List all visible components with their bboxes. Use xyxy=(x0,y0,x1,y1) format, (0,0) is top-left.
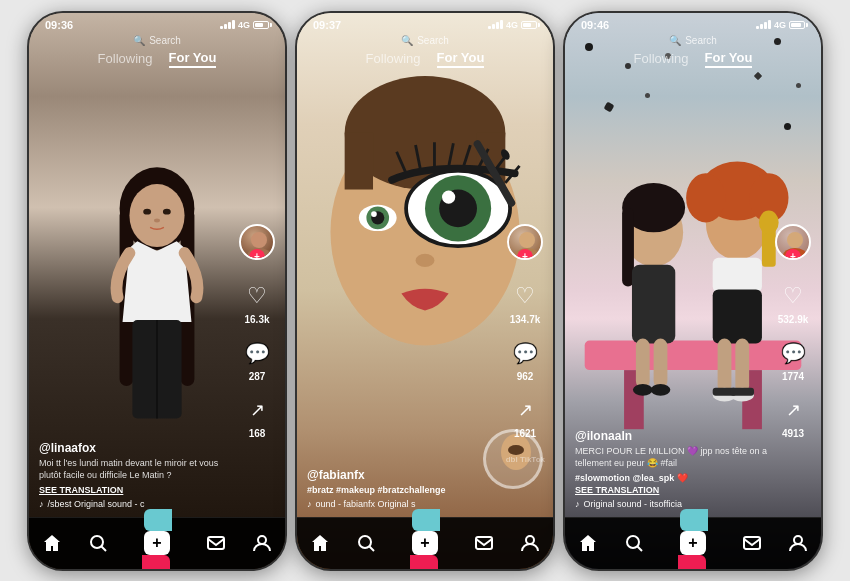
time-3: 09:46 xyxy=(581,19,609,31)
follow-btn-2[interactable]: + xyxy=(517,249,533,260)
comment-icon-2: 💬 xyxy=(509,337,541,369)
share-action-1[interactable]: ↗ 168 xyxy=(241,394,273,439)
search-icon-1: 🔍 xyxy=(133,35,145,46)
nav-tabs-3: Following For You xyxy=(634,50,753,68)
nav-search-1[interactable] xyxy=(88,533,108,553)
signal-bars-3 xyxy=(756,20,771,29)
bottom-nav-3: + xyxy=(565,517,821,569)
nav-tabs-2: Following For You xyxy=(366,50,485,68)
svg-point-22 xyxy=(371,211,377,217)
time-1: 09:36 xyxy=(45,19,73,31)
nav-profile-3[interactable] xyxy=(788,533,808,553)
share-icon-1: ↗ xyxy=(241,394,273,426)
battery-3 xyxy=(789,21,805,29)
see-translation-1[interactable]: SEE TRANSLATION xyxy=(39,485,235,495)
avatar-action-3[interactable]: + xyxy=(775,224,811,260)
tab-foryou-3[interactable]: For You xyxy=(705,50,753,68)
nav-add-2[interactable]: + xyxy=(402,507,448,570)
sound-text-3: Original sound - itsofficia xyxy=(584,499,682,509)
nav-search-2[interactable] xyxy=(356,533,376,553)
nav-profile-1[interactable] xyxy=(252,533,272,553)
bottom-info-3: @ilonaaln MERCI POUR LE MILLION 💜 jpp no… xyxy=(575,429,771,508)
nav-home-2[interactable] xyxy=(310,533,330,553)
like-action-1[interactable]: ♡ 16.3k xyxy=(241,280,273,325)
comment-action-2[interactable]: 💬 962 xyxy=(509,337,541,382)
nav-inbox-2[interactable] xyxy=(474,533,494,553)
nav-inbox-1[interactable] xyxy=(206,533,226,553)
caption-1: Moi tt l'es lundi matin devant le miroir… xyxy=(39,458,235,481)
like-action-2[interactable]: ♡ 134.7k xyxy=(509,280,541,325)
right-actions-3: + ♡ 532.9k 💬 1774 ↗ 4913 xyxy=(775,224,811,439)
username-1[interactable]: @linaafox xyxy=(39,441,235,455)
tab-foryou-1[interactable]: For You xyxy=(169,50,217,68)
nav-home-1[interactable] xyxy=(42,533,62,553)
bottom-info-1: @linaafox Moi tt l'es lundi matin devant… xyxy=(39,441,235,508)
search-bar-1[interactable]: 🔍 Search xyxy=(133,35,181,46)
comment-action-3[interactable]: 💬 1774 xyxy=(777,337,809,382)
share-action-2[interactable]: ↗ 1621 xyxy=(509,394,541,439)
see-translation-3[interactable]: SEE TRANSLATION xyxy=(575,485,771,495)
svg-point-45 xyxy=(526,536,534,544)
bottom-nav-2: + xyxy=(297,517,553,569)
svg-rect-17 xyxy=(345,132,373,189)
search-icon-2: 🔍 xyxy=(401,35,413,46)
sound-info-2: ♪ ound - fabianfx Original s xyxy=(307,499,503,509)
svg-rect-62 xyxy=(713,289,762,343)
svg-point-5 xyxy=(163,208,171,214)
nav-inbox-3[interactable] xyxy=(742,533,762,553)
svg-rect-75 xyxy=(744,537,760,549)
avatar-2: + xyxy=(507,224,543,260)
add-icon-3: + xyxy=(680,531,705,554)
svg-point-59 xyxy=(686,173,725,222)
username-2[interactable]: @fabianfx xyxy=(307,468,503,482)
confetti-4 xyxy=(796,83,801,88)
svg-point-55 xyxy=(633,383,653,395)
avatar-action-2[interactable]: + xyxy=(507,224,543,260)
nav-add-1[interactable]: + xyxy=(134,507,180,570)
nav-add-3[interactable]: + xyxy=(670,507,716,570)
nav-search-3[interactable] xyxy=(624,533,644,553)
svg-rect-70 xyxy=(730,387,754,395)
phone-frame-3: 09:46 4G 🔍 Search Following For You + xyxy=(563,11,823,571)
search-bar-2[interactable]: 🔍 Search xyxy=(401,35,449,46)
hashtags-3: #slowmotion @lea_spk ❤️ xyxy=(575,473,771,483)
svg-rect-65 xyxy=(718,338,732,392)
svg-rect-46 xyxy=(585,340,802,370)
comment-action-1[interactable]: 💬 287 xyxy=(241,337,273,382)
svg-rect-61 xyxy=(713,257,762,291)
like-count-1: 16.3k xyxy=(244,314,269,325)
tab-following-3[interactable]: Following xyxy=(634,51,689,66)
nav-profile-2[interactable] xyxy=(520,533,540,553)
search-label-3: Search xyxy=(685,35,717,46)
music-note-3: ♪ xyxy=(575,499,580,509)
sound-info-3: ♪ Original sound - itsofficia xyxy=(575,499,771,509)
tab-foryou-2[interactable]: For You xyxy=(437,50,485,68)
like-count-2: 134.7k xyxy=(510,314,541,325)
avatar-action-1[interactable]: + xyxy=(239,224,275,260)
tab-following-2[interactable]: Following xyxy=(366,51,421,66)
comment-count-2: 962 xyxy=(517,371,534,382)
svg-point-39 xyxy=(508,445,524,455)
comment-icon-1: 💬 xyxy=(241,337,273,369)
svg-point-14 xyxy=(258,536,266,544)
nav-home-3[interactable] xyxy=(578,533,598,553)
comment-count-3: 1774 xyxy=(782,371,804,382)
svg-point-35 xyxy=(416,253,435,266)
tab-following-1[interactable]: Following xyxy=(98,51,153,66)
network-3: 4G xyxy=(774,20,786,30)
music-note-2: ♪ xyxy=(307,499,312,509)
svg-point-73 xyxy=(627,536,639,548)
svg-line-12 xyxy=(102,547,107,552)
share-action-3[interactable]: ↗ 4913 xyxy=(777,394,809,439)
svg-rect-44 xyxy=(476,537,492,549)
follow-btn-3[interactable]: + xyxy=(785,249,801,260)
search-icon-3: 🔍 xyxy=(669,35,681,46)
battery-1 xyxy=(253,21,269,29)
like-action-3[interactable]: ♡ 532.9k xyxy=(777,280,809,325)
search-bar-3[interactable]: 🔍 Search xyxy=(669,35,717,46)
comment-icon-3: 💬 xyxy=(777,337,809,369)
follow-btn-1[interactable]: + xyxy=(249,249,265,260)
heart-icon-2: ♡ xyxy=(509,280,541,312)
svg-point-6 xyxy=(154,218,160,222)
username-3[interactable]: @ilonaaln xyxy=(575,429,771,443)
